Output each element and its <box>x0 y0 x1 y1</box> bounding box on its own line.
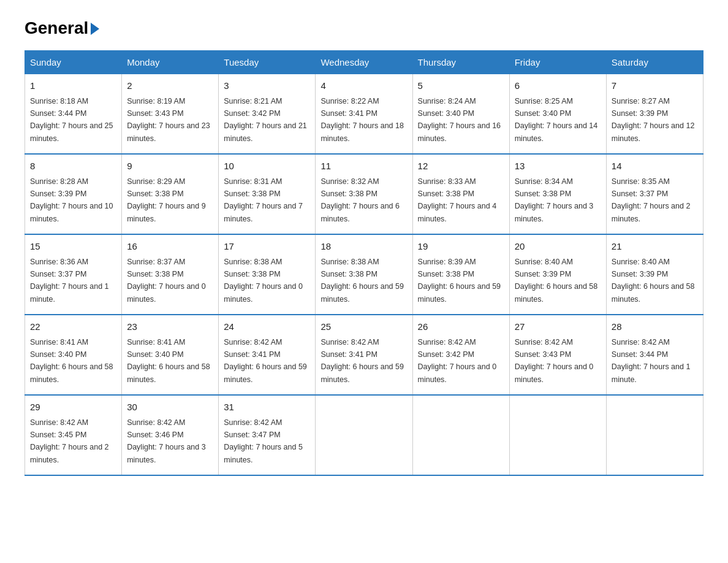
calendar-cell: 25 Sunrise: 8:42 AMSunset: 3:41 PMDaylig… <box>316 315 412 395</box>
day-number: 16 <box>127 240 213 254</box>
calendar-header-row: SundayMondayTuesdayWednesdayThursdayFrid… <box>25 51 703 74</box>
calendar-cell: 5 Sunrise: 8:24 AMSunset: 3:40 PMDayligh… <box>412 74 509 155</box>
calendar-cell: 2 Sunrise: 8:19 AMSunset: 3:43 PMDayligh… <box>122 74 219 155</box>
calendar-cell <box>412 395 509 475</box>
day-number: 23 <box>127 320 213 334</box>
day-info: Sunrise: 8:33 AMSunset: 3:38 PMDaylight:… <box>418 177 497 223</box>
calendar-cell: 29 Sunrise: 8:42 AMSunset: 3:45 PMDaylig… <box>25 395 122 475</box>
calendar-cell: 26 Sunrise: 8:42 AMSunset: 3:42 PMDaylig… <box>412 315 509 395</box>
day-info: Sunrise: 8:32 AMSunset: 3:38 PMDaylight:… <box>320 177 400 223</box>
day-info: Sunrise: 8:35 AMSunset: 3:37 PMDaylight:… <box>612 177 691 223</box>
day-info: Sunrise: 8:36 AMSunset: 3:37 PMDaylight:… <box>30 258 109 304</box>
week-row-1: 1 Sunrise: 8:18 AMSunset: 3:44 PMDayligh… <box>25 74 703 155</box>
day-info: Sunrise: 8:25 AMSunset: 3:40 PMDaylight:… <box>515 97 598 143</box>
calendar-cell: 20 Sunrise: 8:40 AMSunset: 3:39 PMDaylig… <box>509 234 606 315</box>
day-info: Sunrise: 8:38 AMSunset: 3:38 PMDaylight:… <box>320 258 404 304</box>
calendar-cell: 7 Sunrise: 8:27 AMSunset: 3:39 PMDayligh… <box>606 74 703 155</box>
day-number: 15 <box>30 240 116 254</box>
day-info: Sunrise: 8:22 AMSunset: 3:41 PMDaylight:… <box>320 97 404 143</box>
calendar-cell: 15 Sunrise: 8:36 AMSunset: 3:37 PMDaylig… <box>25 234 122 315</box>
day-info: Sunrise: 8:42 AMSunset: 3:42 PMDaylight:… <box>418 338 497 384</box>
day-number: 1 <box>30 79 116 93</box>
header-wednesday: Wednesday <box>316 51 412 74</box>
calendar-cell: 13 Sunrise: 8:34 AMSunset: 3:38 PMDaylig… <box>509 154 606 234</box>
week-row-2: 8 Sunrise: 8:28 AMSunset: 3:39 PMDayligh… <box>25 154 703 234</box>
day-number: 14 <box>612 159 698 174</box>
day-number: 20 <box>515 240 601 254</box>
day-number: 29 <box>30 400 116 415</box>
calendar-cell: 24 Sunrise: 8:42 AMSunset: 3:41 PMDaylig… <box>219 315 316 395</box>
calendar-cell <box>316 395 412 475</box>
day-info: Sunrise: 8:38 AMSunset: 3:38 PMDaylight:… <box>224 258 303 304</box>
calendar-cell: 31 Sunrise: 8:42 AMSunset: 3:47 PMDaylig… <box>219 395 316 475</box>
calendar-cell: 17 Sunrise: 8:38 AMSunset: 3:38 PMDaylig… <box>219 234 316 315</box>
logo-general-text: General <box>25 18 88 38</box>
day-number: 8 <box>30 159 116 174</box>
day-info: Sunrise: 8:39 AMSunset: 3:38 PMDaylight:… <box>418 258 501 304</box>
calendar-cell: 18 Sunrise: 8:38 AMSunset: 3:38 PMDaylig… <box>316 234 412 315</box>
day-info: Sunrise: 8:42 AMSunset: 3:44 PMDaylight:… <box>612 338 691 384</box>
day-number: 26 <box>418 320 504 334</box>
day-info: Sunrise: 8:28 AMSunset: 3:39 PMDaylight:… <box>30 177 113 223</box>
calendar-cell: 23 Sunrise: 8:41 AMSunset: 3:40 PMDaylig… <box>122 315 219 395</box>
day-number: 24 <box>224 320 310 334</box>
day-info: Sunrise: 8:24 AMSunset: 3:40 PMDaylight:… <box>418 97 501 143</box>
calendar-cell: 6 Sunrise: 8:25 AMSunset: 3:40 PMDayligh… <box>509 74 606 155</box>
calendar-cell: 14 Sunrise: 8:35 AMSunset: 3:37 PMDaylig… <box>606 154 703 234</box>
day-info: Sunrise: 8:18 AMSunset: 3:44 PMDaylight:… <box>30 97 113 143</box>
calendar-cell: 16 Sunrise: 8:37 AMSunset: 3:38 PMDaylig… <box>122 234 219 315</box>
logo: General <box>25 18 99 38</box>
day-number: 6 <box>515 79 601 93</box>
day-number: 27 <box>515 320 601 334</box>
day-info: Sunrise: 8:42 AMSunset: 3:41 PMDaylight:… <box>224 338 307 384</box>
day-info: Sunrise: 8:34 AMSunset: 3:38 PMDaylight:… <box>515 177 594 223</box>
day-info: Sunrise: 8:37 AMSunset: 3:38 PMDaylight:… <box>127 258 206 304</box>
day-info: Sunrise: 8:19 AMSunset: 3:43 PMDaylight:… <box>127 97 210 143</box>
day-number: 9 <box>127 159 213 174</box>
calendar-cell: 30 Sunrise: 8:42 AMSunset: 3:46 PMDaylig… <box>122 395 219 475</box>
calendar-cell <box>606 395 703 475</box>
calendar-cell: 1 Sunrise: 8:18 AMSunset: 3:44 PMDayligh… <box>25 74 122 155</box>
day-number: 3 <box>224 79 310 93</box>
day-info: Sunrise: 8:42 AMSunset: 3:43 PMDaylight:… <box>515 338 594 384</box>
day-number: 21 <box>612 240 698 254</box>
calendar-cell: 21 Sunrise: 8:40 AMSunset: 3:39 PMDaylig… <box>606 234 703 315</box>
day-number: 31 <box>224 400 310 415</box>
day-number: 28 <box>612 320 698 334</box>
day-number: 18 <box>320 240 407 254</box>
calendar-cell: 10 Sunrise: 8:31 AMSunset: 3:38 PMDaylig… <box>219 154 316 234</box>
header-sunday: Sunday <box>25 51 122 74</box>
day-info: Sunrise: 8:42 AMSunset: 3:46 PMDaylight:… <box>127 418 206 464</box>
day-number: 19 <box>418 240 504 254</box>
logo-text: General <box>25 18 99 38</box>
calendar-cell: 9 Sunrise: 8:29 AMSunset: 3:38 PMDayligh… <box>122 154 219 234</box>
calendar-cell: 19 Sunrise: 8:39 AMSunset: 3:38 PMDaylig… <box>412 234 509 315</box>
calendar-cell: 11 Sunrise: 8:32 AMSunset: 3:38 PMDaylig… <box>316 154 412 234</box>
day-info: Sunrise: 8:40 AMSunset: 3:39 PMDaylight:… <box>612 258 695 304</box>
day-number: 7 <box>612 79 698 93</box>
day-info: Sunrise: 8:29 AMSunset: 3:38 PMDaylight:… <box>127 177 206 223</box>
week-row-3: 15 Sunrise: 8:36 AMSunset: 3:37 PMDaylig… <box>25 234 703 315</box>
day-info: Sunrise: 8:21 AMSunset: 3:42 PMDaylight:… <box>224 97 307 143</box>
day-number: 11 <box>320 159 407 174</box>
day-number: 30 <box>127 400 213 415</box>
header-thursday: Thursday <box>412 51 509 74</box>
week-row-4: 22 Sunrise: 8:41 AMSunset: 3:40 PMDaylig… <box>25 315 703 395</box>
calendar-table: SundayMondayTuesdayWednesdayThursdayFrid… <box>25 50 703 476</box>
day-info: Sunrise: 8:42 AMSunset: 3:41 PMDaylight:… <box>320 338 404 384</box>
day-number: 12 <box>418 159 504 174</box>
calendar-cell: 4 Sunrise: 8:22 AMSunset: 3:41 PMDayligh… <box>316 74 412 155</box>
day-number: 5 <box>418 79 504 93</box>
header-friday: Friday <box>509 51 606 74</box>
day-number: 2 <box>127 79 213 93</box>
calendar-cell: 22 Sunrise: 8:41 AMSunset: 3:40 PMDaylig… <box>25 315 122 395</box>
day-number: 22 <box>30 320 116 334</box>
day-info: Sunrise: 8:42 AMSunset: 3:45 PMDaylight:… <box>30 418 109 464</box>
calendar-cell: 12 Sunrise: 8:33 AMSunset: 3:38 PMDaylig… <box>412 154 509 234</box>
day-info: Sunrise: 8:40 AMSunset: 3:39 PMDaylight:… <box>515 258 598 304</box>
week-row-5: 29 Sunrise: 8:42 AMSunset: 3:45 PMDaylig… <box>25 395 703 475</box>
calendar-cell: 28 Sunrise: 8:42 AMSunset: 3:44 PMDaylig… <box>606 315 703 395</box>
day-info: Sunrise: 8:42 AMSunset: 3:47 PMDaylight:… <box>224 418 303 464</box>
header-tuesday: Tuesday <box>219 51 316 74</box>
day-number: 17 <box>224 240 310 254</box>
